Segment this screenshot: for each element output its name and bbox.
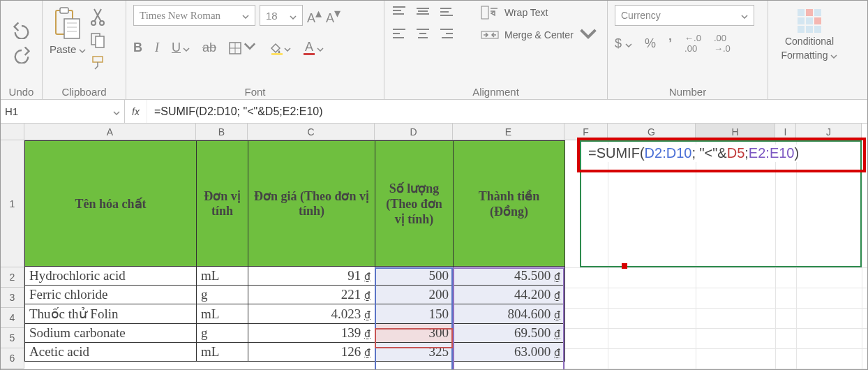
cell-a2[interactable]: Hydrochloric acid (25, 267, 197, 286)
row-header-2[interactable]: 2 (1, 267, 24, 288)
fx-label[interactable]: fx (125, 100, 147, 123)
svg-point-7 (100, 21, 104, 25)
decrease-font-button[interactable]: A▾ (326, 6, 341, 26)
row-header-6[interactable]: 6 (1, 348, 24, 369)
cut-icon[interactable] (90, 8, 105, 28)
cell-b5[interactable]: g (197, 324, 248, 343)
cell-e2[interactable]: 45.500 ₫ (454, 267, 565, 286)
underline-button[interactable]: U (172, 40, 190, 55)
cell-e4[interactable]: 804.600 ₫ (454, 304, 565, 324)
cell-formula-display[interactable]: =SUMIF(D2:D10; "<"&D5;E2:E10) (587, 145, 800, 162)
col-header-f[interactable]: F (564, 124, 608, 140)
cell-a6[interactable]: Acetic acid (25, 343, 197, 362)
comma-button[interactable]: ’ (668, 36, 672, 51)
cell-d5[interactable]: 300 (375, 324, 454, 343)
cell-c6[interactable]: 126 ₫ (248, 343, 375, 362)
data-table: Tên hóa chất Đơn vị tính Đơn giá (Theo đ… (24, 140, 565, 362)
align-left-icon[interactable] (391, 27, 407, 42)
conditional-formatting-button[interactable]: Conditional Formatting (775, 5, 844, 61)
cell-d4[interactable]: 150 (375, 304, 454, 324)
column-headers: A B C D E F G H I J (24, 124, 867, 140)
align-middle-icon[interactable] (415, 5, 431, 20)
col-header-c[interactable]: C (248, 124, 375, 140)
cell-b2[interactable]: mL (197, 267, 248, 286)
header-e[interactable]: Thành tiền (Đồng) (454, 141, 565, 267)
borders-button[interactable] (229, 40, 256, 56)
col-header-a[interactable]: A (24, 124, 196, 140)
cell-e5[interactable]: 69.500 ₫ (454, 324, 565, 343)
svg-point-6 (91, 21, 96, 25)
row-header-1[interactable]: 1 (1, 140, 24, 267)
strikethrough-button[interactable]: ab (202, 40, 216, 55)
align-top-icon[interactable] (391, 5, 407, 20)
row-header-4[interactable]: 4 (1, 308, 24, 328)
copy-icon[interactable] (90, 32, 105, 51)
select-all-corner[interactable] (1, 124, 24, 140)
cell-b4[interactable]: mL (197, 304, 248, 324)
comment-indicator (622, 263, 627, 269)
currency-button[interactable]: $ (615, 36, 632, 51)
header-d[interactable]: Số lượng (Theo đơn vị tính) (375, 141, 454, 267)
alignment-group: Wrap Text Merge & Center Alignment (384, 1, 608, 99)
header-c[interactable]: Đơn giá (Theo đơn vị tính) (248, 141, 375, 267)
increase-font-button[interactable]: A▴ (307, 6, 322, 26)
cell-a3[interactable]: Ferric chloride (25, 286, 197, 304)
font-group: Times New Roman 18 A▴ A▾ B I U ab (126, 1, 384, 99)
redo-icon[interactable] (12, 47, 31, 66)
wrap-text-button[interactable]: Wrap Text (481, 6, 548, 20)
cell-c3[interactable]: 221 ₫ (248, 286, 375, 304)
align-center-icon[interactable] (415, 27, 431, 42)
row-header-5[interactable]: 5 (1, 328, 24, 348)
row-headers: 1 2 3 4 5 6 (1, 124, 24, 370)
cell-c4[interactable]: 4.023 ₫ (248, 304, 375, 324)
cell-c2[interactable]: 91 ₫ (248, 267, 375, 286)
undo-icon[interactable] (12, 22, 31, 41)
format-painter-icon[interactable] (90, 55, 105, 73)
cell-b3[interactable]: g (197, 286, 248, 304)
merge-center-button[interactable]: Merge & Center (481, 27, 597, 43)
bold-button[interactable]: B (133, 40, 142, 55)
col-header-h[interactable]: H (696, 124, 775, 140)
col-header-b[interactable]: B (196, 124, 248, 140)
col-header-g[interactable]: G (608, 124, 696, 140)
cell-e3[interactable]: 44.200 ₫ (454, 286, 565, 304)
row-header-3[interactable]: 3 (1, 288, 24, 308)
number-group: Currency $ % ’ ←.0.00 .00→.0 Number (608, 1, 768, 99)
formula-input[interactable]: =SUMIF(D2:D10; "<"&D5;E2:E10) (147, 105, 867, 118)
table-row: Hydrochloric acid mL 91 ₫ 500 45.500 ₫ (25, 267, 565, 286)
conditional-formatting-label1: Conditional (785, 36, 834, 47)
cell-d6[interactable]: 325 (375, 343, 454, 362)
col-header-j[interactable]: J (796, 124, 862, 140)
paste-button[interactable]: Paste (50, 5, 86, 55)
svg-rect-2 (64, 19, 80, 38)
number-format-select[interactable]: Currency (615, 5, 754, 26)
increase-decimal-button[interactable]: ←.0.00 (684, 33, 701, 54)
col-header-i[interactable]: I (775, 124, 796, 140)
cell-e6[interactable]: 63.000 ₫ (454, 343, 565, 362)
cell-a4[interactable]: Thuốc thử Folin (25, 304, 197, 324)
fill-color-button[interactable] (269, 40, 291, 55)
italic-button[interactable]: I (155, 40, 159, 55)
name-box[interactable]: H1 (1, 100, 125, 123)
clipboard-group: Paste Clipboard (43, 1, 126, 99)
font-size-select[interactable]: 18 (260, 5, 303, 26)
wrap-text-label: Wrap Text (504, 7, 548, 18)
cell-a5[interactable]: Sodium carbonate (25, 324, 197, 343)
align-right-icon[interactable] (439, 27, 454, 42)
percent-button[interactable]: % (645, 36, 656, 51)
formula-bar: H1 fx =SUMIF(D2:D10; "<"&D5;E2:E10) (1, 100, 867, 124)
cell-b6[interactable]: mL (197, 343, 248, 362)
decrease-decimal-button[interactable]: .00→.0 (714, 33, 731, 54)
chevron-down-icon (242, 10, 249, 22)
cell-d3[interactable]: 200 (375, 286, 454, 304)
font-color-button[interactable]: A (304, 40, 324, 55)
col-header-e[interactable]: E (453, 124, 564, 140)
align-bottom-icon[interactable] (439, 5, 454, 20)
font-name-select[interactable]: Times New Roman (133, 5, 255, 26)
cell-c5[interactable]: 139 ₫ (248, 324, 375, 343)
header-a[interactable]: Tên hóa chất (25, 141, 197, 267)
col-header-d[interactable]: D (375, 124, 453, 140)
chevron-down-icon (830, 50, 837, 61)
header-b[interactable]: Đơn vị tính (197, 141, 248, 267)
cell-d2[interactable]: 500 (375, 267, 454, 286)
